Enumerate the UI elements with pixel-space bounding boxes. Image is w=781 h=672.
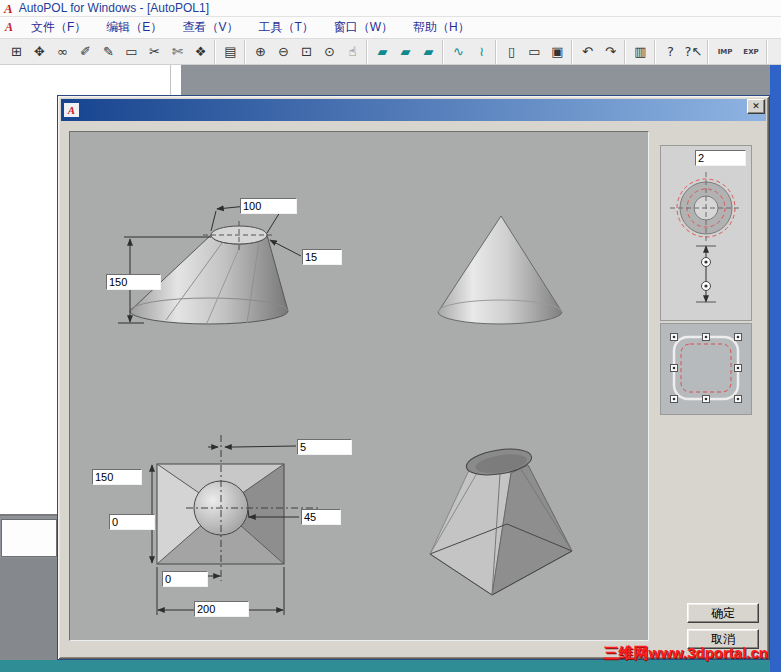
zoom-in-icon[interactable]: ⊕: [250, 41, 271, 62]
menu-bar: A 文件（F）编辑（E）查看（V）工具（T）窗口（W）帮助（H）: [0, 17, 781, 39]
watermark: 三维网www.3dportal.cn: [548, 644, 768, 663]
redo-icon[interactable]: ↷: [600, 41, 621, 62]
rounded-square-diagram: [661, 324, 751, 414]
square-to-round-render: [430, 445, 572, 595]
drawings-svg: [70, 132, 648, 640]
new-file-icon[interactable]: ▯: [501, 41, 522, 62]
cone-top-diameter-input[interactable]: [240, 198, 297, 214]
drawing-panel: [69, 131, 649, 641]
fillet-radius-input[interactable]: [297, 439, 352, 455]
menu-item-edit[interactable]: 编辑（E）: [96, 17, 172, 38]
toolbar-group: ∿≀: [445, 40, 496, 64]
move-icon[interactable]: ✥: [29, 41, 50, 62]
trim-icon[interactable]: ✄: [167, 41, 188, 62]
spline-icon[interactable]: ≀: [471, 41, 492, 62]
screen: A AutoPOL for Windows - [AutoPOL1] A 文件（…: [0, 0, 781, 672]
thickness-input[interactable]: [695, 150, 746, 166]
menu-item-view[interactable]: 查看（V）: [172, 17, 248, 38]
cone-dimension-drawing: [118, 202, 301, 324]
curve-icon[interactable]: ∿: [448, 41, 469, 62]
print-icon[interactable]: ▥: [630, 41, 651, 62]
view-3d-shaded-icon[interactable]: ▰: [372, 41, 393, 62]
bend-icon[interactable]: ▤: [220, 41, 241, 62]
ring-diagram: [661, 146, 751, 320]
measure-icon[interactable]: ▭: [121, 41, 142, 62]
offset-y-input[interactable]: [162, 571, 208, 587]
profile-preview-panel[interactable]: [660, 145, 752, 321]
cut-icon[interactable]: ✂: [144, 41, 165, 62]
base-width-input[interactable]: [194, 601, 249, 617]
context-help-icon[interactable]: ?↖: [683, 41, 704, 62]
unfold-icon[interactable]: ❖: [190, 41, 211, 62]
toolbar-group: ▰▰▰: [369, 40, 443, 64]
panel-divider: [170, 65, 171, 95]
toolbar-group: ▥: [627, 40, 655, 64]
menu-item-help[interactable]: 帮助（H）: [403, 17, 480, 38]
menu-item-file[interactable]: 文件（F）: [21, 17, 96, 38]
undo-icon[interactable]: ↶: [577, 41, 598, 62]
toolbar-group: ▯▭▣: [498, 40, 572, 64]
import-icon[interactable]: IMP: [713, 41, 737, 62]
ok-button[interactable]: 确定: [687, 603, 759, 623]
document-icon: A: [5, 20, 13, 35]
panel-divider: [0, 514, 57, 516]
dialog-titlebar[interactable]: A: [61, 99, 766, 121]
base-height-input[interactable]: [92, 469, 142, 485]
toolbar-group: ??↖: [657, 40, 708, 64]
pan-hand-icon[interactable]: ☝: [342, 41, 363, 62]
menu-item-tools[interactable]: 工具（T）: [248, 17, 323, 38]
dialog-logo-icon: A: [64, 103, 79, 117]
window-titlebar[interactable]: A AutoPOL for Windows - [AutoPOL1]: [0, 0, 781, 17]
corner-preview-panel[interactable]: [660, 323, 752, 415]
help-icon[interactable]: ?: [660, 41, 681, 62]
close-icon[interactable]: ✕: [747, 99, 765, 114]
zoom-window-icon[interactable]: ⊡: [296, 41, 317, 62]
menu-item-window[interactable]: 窗口（W）: [324, 17, 403, 38]
toolbar-group: ⊕⊖⊡⊙☝: [247, 40, 367, 64]
toolbar-group: ↶↷: [574, 40, 625, 64]
view-3d-wire-icon[interactable]: ▰: [395, 41, 416, 62]
toolbar-group: ▤: [217, 40, 245, 64]
zoom-extents-icon[interactable]: ⊙: [319, 41, 340, 62]
dialog-window: A ✕: [57, 95, 770, 660]
export-icon[interactable]: EXP: [739, 41, 763, 62]
zoom-out-icon[interactable]: ⊖: [273, 41, 294, 62]
app-logo-icon: A: [4, 2, 13, 15]
grid-icon[interactable]: ⊞: [6, 41, 27, 62]
left-subpanel: [1, 519, 57, 557]
view-3d-solid-icon[interactable]: ▰: [418, 41, 439, 62]
circle-diameter-input[interactable]: [301, 509, 341, 525]
desktop-background: [770, 65, 781, 672]
toolbar-group: IMPEXP: [710, 40, 767, 64]
offset-x-input[interactable]: [109, 514, 155, 530]
cone-render: [438, 216, 562, 324]
menu-items: 文件（F）编辑（E）查看（V）工具（T）窗口（W）帮助（H）: [21, 17, 480, 38]
cone-offset-input[interactable]: [302, 249, 342, 265]
left-panel-bottom: [0, 558, 57, 660]
window-title: AutoPOL for Windows - [AutoPOL1]: [19, 1, 209, 15]
square-to-round-plan: [138, 435, 318, 615]
pencil-icon[interactable]: ✎: [98, 41, 119, 62]
open-file-icon[interactable]: ▭: [524, 41, 545, 62]
view-icon[interactable]: ∞: [52, 41, 73, 62]
save-icon[interactable]: ▣: [547, 41, 568, 62]
left-panel: [0, 65, 57, 515]
erase-icon[interactable]: ✐: [75, 41, 96, 62]
cone-height-input[interactable]: [106, 274, 161, 290]
toolbar: ⊞✥∞✐✎▭✂✄❖▤⊕⊖⊡⊙☝▰▰▰∿≀▯▭▣↶↷▥??↖IMPEXP: [0, 39, 781, 65]
toolbar-group: ⊞✥∞✐✎▭✂✄❖: [3, 40, 215, 64]
